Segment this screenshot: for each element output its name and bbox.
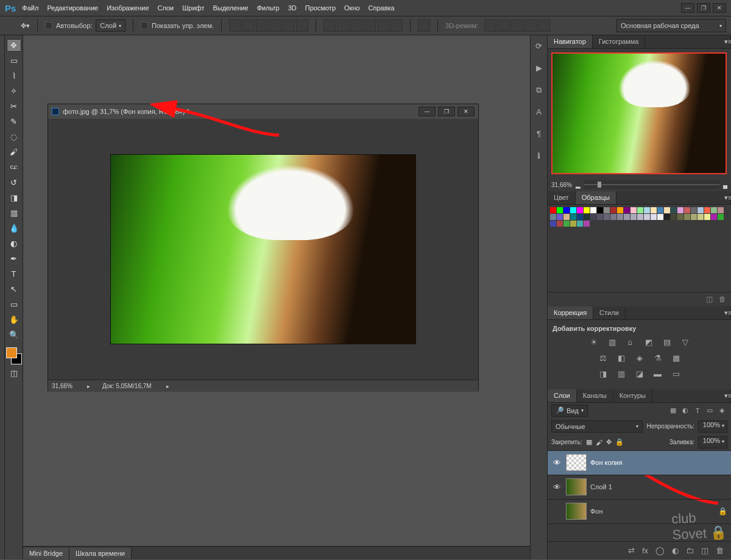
swatch-cell[interactable]: [584, 214, 590, 220]
gradient-tool[interactable]: ▥: [7, 207, 21, 219]
adj-huesat-icon[interactable]: ▽: [679, 337, 692, 348]
lock-position-icon[interactable]: ✥: [606, 438, 612, 446]
swatch-cell[interactable]: [550, 221, 556, 227]
menu-редактирование[interactable]: Редактирование: [47, 4, 98, 12]
foreground-color[interactable]: [6, 347, 17, 358]
actions-icon[interactable]: ▶: [534, 63, 545, 74]
swatch-cell[interactable]: [570, 221, 576, 227]
path-select-tool[interactable]: ↖: [7, 283, 21, 296]
eyedropper-tool[interactable]: ✎: [7, 115, 21, 128]
menu-справка[interactable]: Справка: [369, 4, 395, 12]
document-titlebar[interactable]: фото.jpg @ 31,7% (Фон копия, RGB/8#) * ―…: [48, 104, 478, 119]
new-layer-icon[interactable]: ◫: [701, 546, 708, 555]
swatch-cell[interactable]: [584, 207, 590, 213]
swatch-cell[interactable]: [630, 214, 637, 220]
adj-poster-icon[interactable]: ▥: [615, 369, 628, 380]
swatch-cell[interactable]: [711, 214, 717, 220]
link-layers-icon[interactable]: ⇄: [628, 546, 635, 555]
magic-wand-tool[interactable]: ✧: [7, 85, 21, 97]
swatch-cell[interactable]: [624, 207, 630, 213]
layer-row[interactable]: 👁Слой 1: [548, 475, 731, 500]
adj-levels-icon[interactable]: ▥: [606, 337, 619, 348]
layer-fx-icon[interactable]: fx: [642, 546, 648, 555]
eraser-tool[interactable]: ◨: [7, 191, 21, 204]
swatch-cell[interactable]: [624, 214, 630, 220]
layer-name[interactable]: Фон: [590, 508, 603, 515]
swatch-cell[interactable]: [697, 214, 704, 220]
healing-brush-tool[interactable]: ◌: [7, 130, 21, 143]
swatch-cell[interactable]: [597, 207, 603, 213]
navigator-zoom-value[interactable]: 31,66%: [551, 182, 572, 188]
menu-окно[interactable]: Окно: [344, 4, 360, 12]
dodge-tool[interactable]: ◐: [7, 237, 21, 250]
autoselect-target-select[interactable]: Слой▾: [96, 19, 125, 32]
swatch-cell[interactable]: [590, 214, 596, 220]
layer-name[interactable]: Слой 1: [590, 483, 612, 491]
tab-layers[interactable]: Слои: [548, 389, 577, 402]
quickmask-tool[interactable]: ◫: [7, 367, 21, 380]
swatch-cell[interactable]: [563, 221, 570, 227]
new-swatch-icon[interactable]: ◫: [706, 295, 713, 303]
layer-thumb[interactable]: [566, 454, 587, 471]
layer-thumb[interactable]: [566, 503, 587, 520]
swatch-cell[interactable]: [651, 214, 657, 220]
move-tool[interactable]: ✥: [7, 39, 21, 52]
menu-выделение[interactable]: Выделение: [213, 4, 248, 12]
lasso-tool[interactable]: ⌇: [7, 69, 21, 82]
trash-icon[interactable]: 🗑: [719, 295, 726, 303]
fill-value[interactable]: 100% ▾: [698, 436, 727, 448]
tab-navigator[interactable]: Навигатор: [548, 35, 593, 48]
navigator-thumbnail[interactable]: [551, 52, 727, 174]
swatch-cell[interactable]: [664, 214, 670, 220]
swatch-cell[interactable]: [617, 214, 623, 220]
brush-tool[interactable]: 🖌: [7, 146, 21, 158]
lock-pixels-icon[interactable]: 🖌: [596, 439, 602, 446]
autoselect-checkbox[interactable]: [45, 22, 52, 29]
swatch-cell[interactable]: [610, 214, 616, 220]
doc-minimize-button[interactable]: ―: [418, 107, 436, 116]
swatch-cell[interactable]: [577, 221, 583, 227]
paragraph-icon[interactable]: ¶: [534, 129, 545, 140]
panel-menu-icon[interactable]: ▾≡: [718, 389, 731, 402]
adj-bw-icon[interactable]: ◧: [615, 353, 628, 364]
tab-minibridge[interactable]: Mini Bridge: [23, 548, 69, 559]
doc-restore-button[interactable]: ❐: [438, 107, 455, 116]
layer-filter-kind[interactable]: 🔎Вид▾: [551, 405, 588, 417]
marquee-tool[interactable]: ▭: [7, 54, 21, 67]
visibility-icon[interactable]: 👁: [551, 483, 562, 492]
adj-exposure-icon[interactable]: ◩: [642, 337, 655, 348]
blur-tool[interactable]: 💧: [7, 222, 21, 235]
info-icon[interactable]: ℹ: [534, 151, 545, 162]
blend-mode-select[interactable]: Обычные▾: [551, 420, 643, 433]
swatch-cell[interactable]: [691, 207, 697, 213]
swatch-cell[interactable]: [637, 214, 643, 220]
delete-layer-icon[interactable]: 🗑: [716, 546, 724, 555]
lock-all-icon[interactable]: 🔒: [615, 438, 624, 446]
adj-gradmap-icon[interactable]: ▬: [651, 369, 665, 380]
swatch-cell[interactable]: [637, 207, 643, 213]
swatch-grid[interactable]: [550, 207, 729, 227]
menu-слои[interactable]: Слои: [158, 4, 174, 12]
filter-type-icon[interactable]: T: [692, 405, 703, 416]
layer-thumb[interactable]: [566, 478, 587, 495]
new-fill-icon[interactable]: ◐: [672, 546, 679, 555]
layer-mask-icon[interactable]: ◯: [655, 546, 665, 555]
swatch-cell[interactable]: [691, 214, 697, 220]
panel-menu-icon[interactable]: ▾≡: [718, 35, 731, 48]
swatch-cell[interactable]: [671, 214, 677, 220]
swatch-cell[interactable]: [570, 207, 576, 213]
history-brush-tool[interactable]: ↺: [7, 176, 21, 189]
menu-3d[interactable]: 3D: [288, 4, 297, 12]
type-tool[interactable]: T: [7, 268, 21, 280]
swatch-cell[interactable]: [644, 207, 650, 213]
swatch-cell[interactable]: [563, 207, 570, 213]
menu-фильтр[interactable]: Фильтр: [257, 4, 280, 12]
layer-row[interactable]: 👁Фон копия: [548, 451, 731, 475]
new-group-icon[interactable]: 🗀: [686, 546, 694, 555]
adj-invert-icon[interactable]: ◨: [596, 369, 610, 380]
swatch-cell[interactable]: [584, 221, 590, 227]
swatch-cell[interactable]: [704, 207, 710, 213]
lock-transparent-icon[interactable]: ▦: [586, 438, 592, 446]
filter-smart-icon[interactable]: ◈: [716, 405, 727, 416]
status-zoom[interactable]: 31,66%: [52, 383, 72, 389]
